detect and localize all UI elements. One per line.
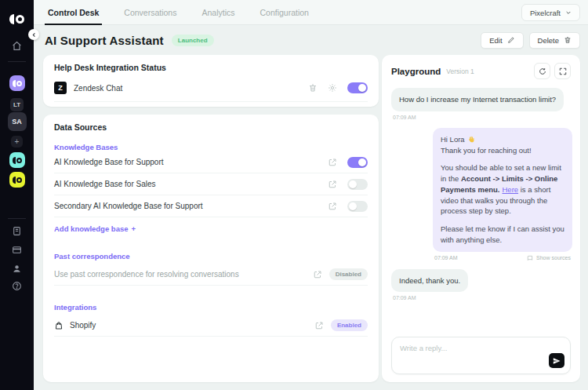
- assistant-p3: Please let me know if I can assist you w…: [441, 224, 564, 246]
- user-message-bubble: Indeed, thank you.: [391, 269, 468, 293]
- playground-version: Version 1: [446, 67, 474, 75]
- integration-card-title: Help Desk Integration Status: [54, 63, 368, 72]
- reply-input[interactable]: [400, 344, 543, 352]
- reply-composer: [391, 337, 571, 374]
- delete-button[interactable]: Delete: [529, 32, 580, 49]
- zendesk-toggle[interactable]: [347, 82, 368, 93]
- app-root: LT SA +: [0, 0, 588, 390]
- main-content: Help Desk Integration Status Z Zendesk C…: [43, 55, 580, 382]
- kb-sales-toggle[interactable]: [347, 179, 368, 190]
- workspace-selector[interactable]: Pixelcraft: [521, 4, 580, 21]
- external-link-icon[interactable]: [313, 270, 322, 279]
- integration-status-card: Help Desk Integration Status Z Zendesk C…: [43, 55, 379, 107]
- kb-name: AI Knowledge Base for Sales: [54, 180, 156, 188]
- assistant-message: Hi Lora Thank you for reaching out! You …: [391, 128, 572, 269]
- home-icon[interactable]: [12, 41, 22, 51]
- workspace-tile-lt[interactable]: LT: [10, 98, 24, 111]
- zendesk-logo-icon: Z: [54, 82, 67, 94]
- past-correspondence-heading: Past correspondence: [54, 252, 368, 261]
- add-knowledge-base-label: Add knowledge base: [54, 224, 129, 233]
- chevron-left-icon: [31, 32, 37, 38]
- expand-icon: [559, 67, 567, 75]
- tab-analytics[interactable]: Analytics: [198, 0, 238, 24]
- show-sources-button[interactable]: Show sources: [527, 255, 571, 261]
- tab-control-desk[interactable]: Control Desk: [45, 0, 102, 24]
- page-header: AI Support Assistant Launched Edit Delet…: [34, 25, 588, 55]
- add-workspace-button[interactable]: +: [11, 136, 23, 148]
- workspace-tile-yellow[interactable]: [9, 172, 25, 188]
- kb-support-toggle[interactable]: [347, 157, 368, 168]
- top-navigation: Control Desk Conversations Analytics Con…: [34, 0, 588, 25]
- greeting-text: Hi Lora: [441, 135, 465, 144]
- kb-name: Secondary AI Knowledge Base for Support: [54, 202, 203, 210]
- data-sources-title: Data Sources: [54, 122, 368, 132]
- plus-icon: +: [132, 224, 136, 233]
- help-icon[interactable]: [12, 281, 22, 291]
- assistant-line2: Thank you for reaching out!: [441, 146, 532, 155]
- rail-divider: [8, 61, 26, 62]
- disabled-badge: Disabled: [329, 268, 368, 280]
- docs-icon[interactable]: [12, 226, 22, 236]
- knowledge-bases-heading: Knowledge Bases: [54, 143, 368, 151]
- show-sources-label: Show sources: [536, 255, 571, 261]
- sidebar-collapse-button[interactable]: [28, 29, 39, 40]
- assistant-message-bubble: Hi Lora Thank you for reaching out! You …: [433, 128, 572, 252]
- message-timestamp: 07:09 AM: [393, 115, 572, 120]
- integration-name: Zendesk Chat: [74, 84, 122, 93]
- tab-conversations[interactable]: Conversations: [121, 0, 180, 24]
- external-link-icon[interactable]: [328, 202, 337, 211]
- add-knowledge-base-link[interactable]: Add knowledge base +: [54, 224, 136, 233]
- message-timestamp: 07:09 AM: [434, 255, 458, 261]
- edit-button-label: Edit: [489, 36, 502, 45]
- trash-icon[interactable]: [308, 83, 318, 93]
- tab-configuration[interactable]: Configuration: [256, 0, 311, 24]
- external-link-icon[interactable]: [328, 180, 337, 189]
- brand-logo-icon: [13, 80, 22, 87]
- brand-logo: [0, 14, 34, 24]
- send-icon: [553, 357, 561, 365]
- workspace-selector-label: Pixelcraft: [530, 9, 561, 17]
- kb-row-secondary: Secondary AI Knowledge Base for Support: [54, 195, 368, 217]
- expand-button[interactable]: [554, 63, 571, 79]
- refresh-button[interactable]: [534, 63, 550, 79]
- refresh-icon: [539, 67, 546, 75]
- wave-emoji-icon: [467, 136, 474, 143]
- brand-logo-icon: [13, 177, 22, 184]
- workspace-tile-purple[interactable]: [9, 75, 25, 91]
- integrations-heading: Integrations: [54, 303, 368, 312]
- message-timestamp: 07:09 AM: [393, 295, 572, 301]
- here-link[interactable]: Here: [503, 185, 519, 194]
- workspace-tile-cyan[interactable]: [9, 152, 25, 168]
- external-link-icon[interactable]: [314, 321, 324, 330]
- playground-panel: Playground Version 1 How do I increase m…: [382, 55, 580, 382]
- past-correspondence-row: Use past correspondence for resolving co…: [54, 264, 368, 286]
- user-icon[interactable]: [12, 264, 22, 274]
- page-title: AI Support Assistant: [45, 34, 164, 47]
- brand-logo-icon: [13, 157, 22, 164]
- data-sources-card: Data Sources Knowledge Bases AI Knowledg…: [43, 115, 379, 382]
- delete-button-label: Delete: [538, 36, 559, 45]
- sidebar: LT SA +: [0, 0, 34, 390]
- playground-header: Playground Version 1: [391, 63, 571, 79]
- edit-button[interactable]: Edit: [481, 32, 523, 49]
- integration-row-zendesk: Z Zendesk Chat: [54, 82, 368, 102]
- billing-icon[interactable]: [12, 245, 22, 255]
- user-message-bubble: How do I increase my Internet transactio…: [391, 88, 564, 111]
- workspace-tile-sa-active[interactable]: SA: [8, 112, 27, 131]
- rail-divider: [8, 218, 26, 219]
- trash-icon: [564, 36, 572, 44]
- kb-row-support: AI Knowledge Base for Support: [54, 151, 368, 173]
- enabled-badge: Enabled: [331, 319, 368, 331]
- gear-icon[interactable]: [328, 83, 337, 93]
- past-correspondence-description: Use past correspondence for resolving co…: [54, 270, 239, 279]
- chevron-down-icon: [565, 9, 572, 16]
- kb-row-sales: AI Knowledge Base for Sales: [54, 173, 368, 195]
- kb-secondary-toggle[interactable]: [347, 201, 368, 212]
- external-link-icon[interactable]: [328, 158, 337, 167]
- brand-logo-icon: [9, 14, 24, 24]
- shopify-icon: [54, 321, 64, 330]
- send-button[interactable]: [549, 353, 564, 368]
- status-badge-launched: Launched: [172, 35, 214, 46]
- integration-name: Shopify: [70, 321, 96, 330]
- chat-transcript: How do I increase my Internet transactio…: [391, 88, 572, 327]
